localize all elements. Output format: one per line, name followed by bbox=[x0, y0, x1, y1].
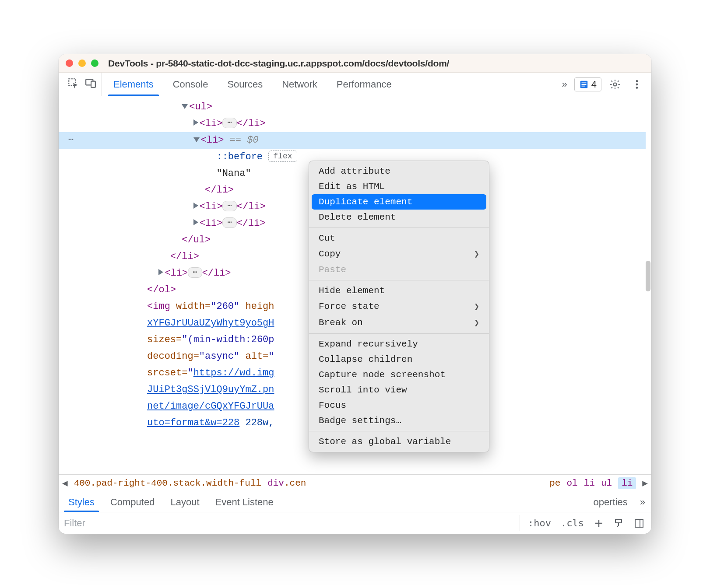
inspect-icon[interactable] bbox=[67, 77, 79, 91]
expand-toggle-icon[interactable] bbox=[193, 219, 198, 225]
subtab-layout[interactable]: Layout bbox=[162, 492, 207, 512]
chevron-right-icon: ❯ bbox=[474, 317, 479, 328]
titlebar: DevTools - pr-5840-static-dot-dcc-stagin… bbox=[59, 54, 651, 73]
menu-force-state[interactable]: Force state❯ bbox=[309, 298, 489, 315]
dom-breadcrumb[interactable]: ◀ 400.pad-right-400.stack.width-full div… bbox=[59, 474, 651, 492]
breadcrumb-seg[interactable]: ol bbox=[566, 478, 577, 488]
svg-point-9 bbox=[636, 83, 638, 85]
menu-delete-element[interactable]: Delete element bbox=[309, 210, 489, 225]
menu-break-on[interactable]: Break on❯ bbox=[309, 315, 489, 331]
expand-toggle-icon[interactable] bbox=[182, 104, 188, 109]
format-icon[interactable] bbox=[611, 518, 627, 528]
breadcrumb-seg[interactable]: ul bbox=[601, 478, 612, 488]
svg-rect-5 bbox=[581, 84, 586, 85]
panel-tabs: Elements Console Sources Network Perform… bbox=[104, 73, 558, 96]
menu-focus[interactable]: Focus bbox=[309, 398, 489, 413]
traffic-lights bbox=[66, 60, 98, 67]
context-menu: Add attribute Edit as HTML Duplicate ele… bbox=[309, 161, 489, 452]
kebab-menu-icon[interactable] bbox=[629, 79, 645, 90]
svg-point-7 bbox=[614, 83, 617, 86]
svg-point-8 bbox=[636, 80, 638, 82]
menu-store-as-global[interactable]: Store as global variable bbox=[309, 434, 489, 449]
expand-toggle-icon[interactable] bbox=[193, 203, 198, 209]
breadcrumb-scroll-right-icon[interactable]: ▶ bbox=[642, 478, 648, 489]
svg-rect-2 bbox=[91, 81, 95, 88]
svg-rect-11 bbox=[615, 519, 622, 523]
tab-elements[interactable]: Elements bbox=[104, 73, 163, 96]
menu-duplicate-element[interactable]: Duplicate element bbox=[312, 194, 486, 210]
device-toggle-icon[interactable] bbox=[85, 77, 96, 91]
svg-rect-6 bbox=[581, 85, 584, 86]
selected-eq0: == $0 bbox=[224, 135, 258, 146]
styles-subtabs: Styles Computed Layout Event Listene ope… bbox=[59, 492, 651, 512]
expand-toggle-icon[interactable] bbox=[193, 119, 198, 126]
more-subtabs-icon[interactable]: » bbox=[636, 492, 650, 512]
breadcrumb-seg[interactable]: 400.pad-right-400.stack.width-full bbox=[74, 478, 261, 488]
chevron-right-icon: ❯ bbox=[474, 248, 479, 259]
styles-filter-bar: :hov .cls bbox=[59, 512, 651, 534]
subtab-event-listeners[interactable]: Event Listene bbox=[207, 492, 281, 512]
menu-capture-screenshot[interactable]: Capture node screenshot bbox=[309, 367, 489, 382]
tab-performance[interactable]: Performance bbox=[327, 73, 401, 96]
menu-badge-settings[interactable]: Badge settings… bbox=[309, 413, 489, 428]
tab-console[interactable]: Console bbox=[163, 73, 218, 96]
menu-edit-as-html[interactable]: Edit as HTML bbox=[309, 179, 489, 194]
maximize-window-icon[interactable] bbox=[91, 60, 98, 67]
devtools-window: DevTools - pr-5840-static-dot-dcc-stagin… bbox=[59, 54, 651, 534]
styles-filter-input[interactable] bbox=[63, 516, 514, 531]
close-window-icon[interactable] bbox=[66, 60, 73, 67]
chevron-right-icon: ❯ bbox=[474, 301, 479, 312]
new-style-rule-icon[interactable] bbox=[591, 518, 607, 528]
breadcrumb-seg[interactable]: div.cen bbox=[267, 478, 306, 488]
issues-chip[interactable]: 4 bbox=[574, 77, 601, 91]
window-title: DevTools - pr-5840-static-dot-dcc-stagin… bbox=[108, 58, 449, 69]
cls-toggle[interactable]: .cls bbox=[558, 518, 587, 528]
breadcrumb-scroll-left-icon[interactable]: ◀ bbox=[62, 478, 68, 489]
breadcrumb-seg-selected[interactable]: li bbox=[618, 477, 636, 489]
expand-toggle-icon[interactable] bbox=[158, 269, 163, 275]
breadcrumb-seg[interactable]: li bbox=[584, 478, 595, 488]
expand-toggle-icon[interactable] bbox=[193, 137, 200, 142]
menu-scroll-into-view[interactable]: Scroll into view bbox=[309, 382, 489, 398]
hov-toggle[interactable]: :hov bbox=[525, 518, 554, 528]
elements-tree[interactable]: ⋯ <ul> <li>⋯</li> <li> == $0 ::before fl… bbox=[59, 96, 651, 474]
menu-hide-element[interactable]: Hide element bbox=[309, 283, 489, 298]
more-tabs-icon[interactable]: » bbox=[560, 79, 569, 90]
dom-row[interactable]: <ul> bbox=[89, 99, 651, 116]
dom-row[interactable]: <li>⋯</li> bbox=[89, 116, 651, 132]
main-toolbar: Elements Console Sources Network Perform… bbox=[59, 73, 651, 96]
tab-sources[interactable]: Sources bbox=[218, 73, 272, 96]
menu-cut[interactable]: Cut bbox=[309, 231, 489, 246]
subtab-properties[interactable]: operties bbox=[585, 492, 635, 512]
menu-collapse-children[interactable]: Collapse children bbox=[309, 352, 489, 367]
svg-point-10 bbox=[636, 87, 638, 89]
minimize-window-icon[interactable] bbox=[78, 60, 86, 67]
breadcrumb-seg[interactable]: pe bbox=[549, 478, 560, 488]
svg-rect-4 bbox=[581, 82, 586, 83]
subtab-styles[interactable]: Styles bbox=[60, 492, 102, 512]
menu-paste: Paste bbox=[309, 262, 489, 277]
svg-rect-12 bbox=[635, 519, 643, 527]
menu-add-attribute[interactable]: Add attribute bbox=[309, 164, 489, 179]
computed-sidebar-icon[interactable] bbox=[631, 518, 647, 528]
menu-copy[interactable]: Copy❯ bbox=[309, 246, 489, 262]
settings-icon[interactable] bbox=[607, 79, 623, 90]
tab-network[interactable]: Network bbox=[272, 73, 327, 96]
dom-row-selected[interactable]: <li> == $0 bbox=[89, 132, 651, 149]
subtab-computed[interactable]: Computed bbox=[102, 492, 163, 512]
menu-expand-recursively[interactable]: Expand recursively bbox=[309, 336, 489, 352]
flex-badge[interactable]: flex bbox=[268, 150, 297, 162]
